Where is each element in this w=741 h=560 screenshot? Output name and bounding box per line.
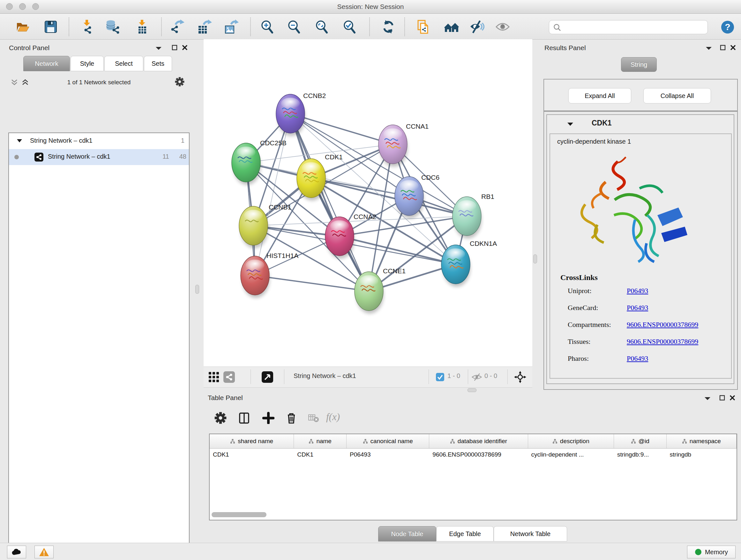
zoom-in-icon[interactable] [260, 19, 274, 34]
selected-checkbox-icon[interactable] [436, 373, 444, 381]
column-header-namespace[interactable]: namespace [667, 434, 737, 448]
left-splitter-grip[interactable] [195, 285, 199, 294]
tab-string[interactable]: String [621, 57, 657, 72]
crosslink-link[interactable]: P06493 [627, 304, 648, 312]
column-header-databaseidentifier[interactable]: database identifier [429, 434, 528, 448]
node-CDK1[interactable] [297, 159, 326, 200]
open-file-icon[interactable] [15, 19, 30, 34]
zoom-out-icon[interactable] [286, 19, 301, 34]
node-CDC6[interactable] [395, 177, 424, 219]
node-CCNB1[interactable] [239, 206, 268, 248]
edge-CCNB2-HIST1H1A [255, 114, 290, 275]
expand-all-button[interactable]: Expand All [568, 88, 631, 104]
node-CCNE1[interactable] [354, 272, 384, 314]
column-header-canonicalname[interactable]: canonical name [347, 434, 429, 448]
network-share-view-icon[interactable] [223, 371, 235, 383]
refresh-icon[interactable] [381, 19, 396, 34]
node-RB1[interactable] [453, 197, 482, 239]
zoom-selected-icon[interactable] [342, 19, 357, 34]
column-header-name[interactable]: name [294, 434, 347, 448]
network-options-gear-icon[interactable] [175, 77, 185, 86]
tab-sets[interactable]: Sets [144, 56, 172, 71]
help-button[interactable]: ? [721, 20, 735, 36]
table-cell[interactable]: stringdb:9... [614, 448, 667, 461]
crosslink-link[interactable]: P06493 [627, 287, 648, 295]
tab-style[interactable]: Style [71, 56, 104, 71]
table-cell[interactable]: P06493 [347, 448, 429, 461]
pan-crosshair-icon[interactable] [514, 371, 527, 383]
import-database-icon[interactable] [105, 19, 120, 34]
results-scroll-area: CDK1 cyclin-dependent kinase 1 [543, 111, 738, 390]
save-session-icon[interactable] [44, 19, 58, 34]
right-splitter-grip[interactable] [533, 254, 537, 263]
tab-network-table[interactable]: Network Table [494, 526, 567, 542]
search-box[interactable] [549, 20, 708, 34]
table-cell[interactable]: CDK1 [294, 448, 347, 461]
warnings-button[interactable] [35, 546, 54, 558]
control-panel-menu-icon[interactable] [155, 46, 162, 50]
table-cell[interactable]: CDK1 [210, 448, 294, 461]
collapse-all-networks-icon[interactable] [10, 78, 18, 86]
table-panel-menu-icon[interactable] [704, 396, 711, 400]
table-panel-float-icon[interactable] [719, 395, 725, 401]
copy-document-icon[interactable] [416, 19, 431, 34]
tab-select[interactable]: Select [105, 56, 143, 71]
node-CDC25B[interactable] [232, 143, 261, 185]
table-horizontal-scrollbar[interactable] [212, 512, 266, 517]
show-columns-icon[interactable] [238, 412, 250, 424]
hide-selected-icon[interactable] [470, 19, 484, 34]
crosslink-link[interactable]: 9606.ENSP00000378699 [627, 337, 698, 346]
table-options-gear-icon[interactable] [214, 412, 226, 424]
import-table-icon[interactable] [135, 19, 149, 34]
export-image-icon[interactable] [224, 19, 239, 34]
results-panel-close-icon[interactable] [730, 45, 736, 51]
export-network-icon[interactable] [170, 19, 185, 34]
results-panel-float-icon[interactable] [720, 45, 726, 51]
crosslink-label: Pharos: [568, 354, 589, 363]
expand-all-networks-icon[interactable] [21, 78, 29, 86]
network-graph[interactable]: CCNB2CCNA1CDC25BCDK1CDC6RB1CCNB1CCNA2CDK… [204, 39, 532, 367]
node-CDKN1A[interactable] [441, 245, 470, 287]
network-canvas[interactable]: CCNB2CCNA1CDC25BCDK1CDC6RB1CCNB1CCNA2CDK… [204, 39, 532, 367]
column-header-sharedname[interactable]: shared name [210, 434, 294, 448]
gene-card-collapse-icon[interactable] [567, 122, 574, 126]
table-panel-close-icon[interactable] [730, 395, 735, 401]
tab-edge-table[interactable]: Edge Table [436, 526, 494, 542]
birds-eye-view-icon[interactable] [262, 371, 273, 383]
cloud-icon [11, 548, 22, 556]
network-row-selected[interactable]: String Network – cdk1 11 48 [9, 149, 189, 165]
show-eye-icon[interactable] [495, 19, 510, 34]
add-column-icon[interactable] [262, 412, 274, 424]
table-cell[interactable]: stringdb [667, 448, 737, 461]
crosslink-link[interactable]: P06493 [627, 354, 648, 363]
collapse-all-button[interactable]: Collapse All [643, 88, 711, 104]
memory-button[interactable]: Memory [687, 546, 736, 558]
import-network-icon[interactable] [80, 19, 94, 34]
network-collection-row[interactable]: String Network – cdk1 1 [9, 133, 189, 149]
cloud-status-button[interactable] [7, 546, 26, 558]
control-panel-close-icon[interactable] [182, 45, 188, 51]
node-HIST1H1A[interactable] [241, 256, 270, 298]
results-panel-menu-icon[interactable] [705, 46, 712, 50]
zoom-fit-icon[interactable] [314, 19, 329, 34]
network-view-toolbar: String Network – cdk1 1 - 0 0 - 0 [204, 367, 532, 388]
table-cell[interactable]: cyclin-dependent ... [528, 448, 614, 461]
delete-column-icon[interactable] [285, 412, 297, 424]
home-networks-icon[interactable] [444, 19, 459, 34]
search-input[interactable] [563, 22, 705, 33]
crosslink-link[interactable]: 9606.ENSP00000378699 [627, 320, 698, 329]
bottom-splitter-grip[interactable] [468, 388, 476, 392]
crosslinks-title: CrossLinks [560, 273, 598, 282]
tab-network[interactable]: Network [23, 56, 70, 71]
node-CCNB2[interactable] [276, 94, 305, 136]
table-cell[interactable]: 9606.ENSP00000378699 [429, 448, 528, 461]
control-panel-float-icon[interactable] [172, 45, 178, 51]
column-header-id[interactable]: @id [614, 434, 667, 448]
table-row[interactable]: CDK1CDK1P064939606.ENSP00000378699cyclin… [210, 448, 737, 461]
node-CCNA2[interactable] [325, 217, 354, 259]
export-table-icon[interactable] [197, 19, 212, 34]
column-header-description[interactable]: description [528, 434, 614, 448]
tab-node-table[interactable]: Node Table [378, 526, 436, 542]
collection-expand-icon[interactable] [17, 139, 22, 143]
grid-view-icon[interactable] [208, 371, 219, 383]
